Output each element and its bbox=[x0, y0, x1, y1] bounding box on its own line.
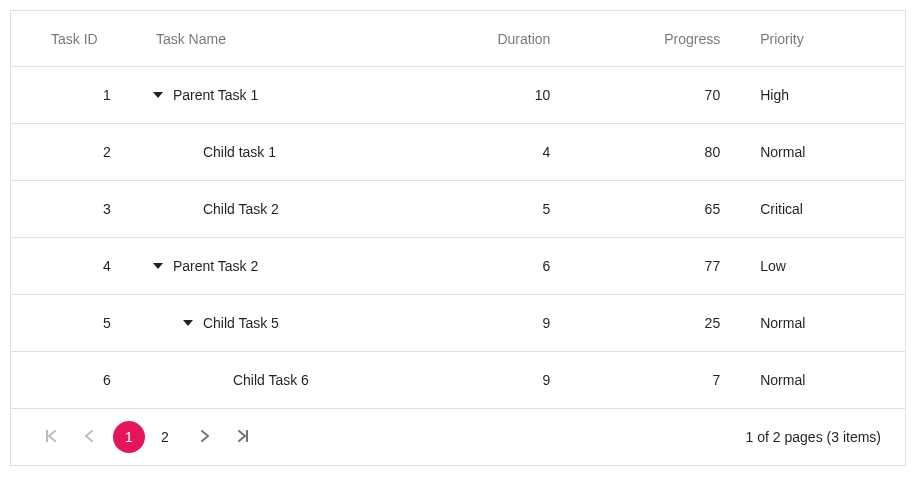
cell-progress: 77 bbox=[570, 258, 740, 274]
cell-priority: Low bbox=[740, 258, 905, 274]
cell-task-name: Child task 1 bbox=[131, 144, 421, 160]
first-page-icon bbox=[46, 429, 56, 445]
task-name-text: Child Task 2 bbox=[203, 201, 279, 217]
table-row[interactable]: 5Child Task 5925Normal bbox=[11, 295, 905, 352]
cell-progress: 65 bbox=[570, 201, 740, 217]
cell-task-id: 1 bbox=[11, 87, 131, 103]
pager-page-1[interactable]: 1 bbox=[113, 421, 145, 453]
task-name-text: Child task 1 bbox=[203, 144, 276, 160]
pager-controls: 12 bbox=[35, 421, 259, 453]
expand-collapse-icon[interactable] bbox=[151, 259, 165, 273]
cell-task-id: 5 bbox=[11, 315, 131, 331]
table-row[interactable]: 3Child Task 2565Critical bbox=[11, 181, 905, 238]
task-name-text: Parent Task 1 bbox=[173, 87, 258, 103]
pager-info: 1 of 2 pages (3 items) bbox=[746, 429, 881, 445]
cell-duration: 9 bbox=[421, 372, 571, 388]
pager: 12 1 of 2 pages (3 items) bbox=[11, 409, 905, 465]
cell-task-id: 4 bbox=[11, 258, 131, 274]
cell-progress: 25 bbox=[570, 315, 740, 331]
chevron-left-icon bbox=[85, 429, 93, 445]
last-page-icon bbox=[238, 429, 248, 445]
header-row: Task ID Task Name Duration Progress Prio… bbox=[11, 11, 905, 67]
pager-prev-button[interactable] bbox=[73, 421, 105, 453]
cell-duration: 10 bbox=[421, 87, 571, 103]
cell-progress: 7 bbox=[570, 372, 740, 388]
cell-priority: Normal bbox=[740, 315, 905, 331]
cell-task-name: Child Task 2 bbox=[131, 201, 421, 217]
cell-priority: Normal bbox=[740, 144, 905, 160]
pager-next-button[interactable] bbox=[189, 421, 221, 453]
pager-page-2[interactable]: 2 bbox=[149, 421, 181, 453]
cell-duration: 6 bbox=[421, 258, 571, 274]
cell-duration: 5 bbox=[421, 201, 571, 217]
expand-collapse-icon[interactable] bbox=[181, 316, 195, 330]
header-task-name[interactable]: Task Name bbox=[131, 31, 421, 47]
rows-container: 1Parent Task 11070High2Child task 1480No… bbox=[11, 67, 905, 409]
chevron-right-icon bbox=[201, 429, 209, 445]
treegrid: Task ID Task Name Duration Progress Prio… bbox=[10, 10, 906, 466]
task-name-text: Parent Task 2 bbox=[173, 258, 258, 274]
table-row[interactable]: 4Parent Task 2677Low bbox=[11, 238, 905, 295]
cell-task-name: Child Task 5 bbox=[131, 315, 421, 331]
cell-duration: 4 bbox=[421, 144, 571, 160]
pager-first-button[interactable] bbox=[35, 421, 67, 453]
header-progress[interactable]: Progress bbox=[570, 31, 740, 47]
expand-collapse-icon[interactable] bbox=[151, 88, 165, 102]
task-name-text: Child Task 6 bbox=[233, 372, 309, 388]
header-duration[interactable]: Duration bbox=[421, 31, 571, 47]
table-row[interactable]: 1Parent Task 11070High bbox=[11, 67, 905, 124]
cell-task-id: 2 bbox=[11, 144, 131, 160]
cell-progress: 70 bbox=[570, 87, 740, 103]
cell-task-name: Parent Task 1 bbox=[131, 87, 421, 103]
cell-priority: Normal bbox=[740, 372, 905, 388]
cell-duration: 9 bbox=[421, 315, 571, 331]
cell-task-name: Parent Task 2 bbox=[131, 258, 421, 274]
pager-last-button[interactable] bbox=[227, 421, 259, 453]
cell-priority: Critical bbox=[740, 201, 905, 217]
task-name-text: Child Task 5 bbox=[203, 315, 279, 331]
cell-progress: 80 bbox=[570, 144, 740, 160]
table-row[interactable]: 6Child Task 697Normal bbox=[11, 352, 905, 409]
cell-task-id: 6 bbox=[11, 372, 131, 388]
header-priority[interactable]: Priority bbox=[740, 31, 905, 47]
table-row[interactable]: 2Child task 1480Normal bbox=[11, 124, 905, 181]
cell-priority: High bbox=[740, 87, 905, 103]
cell-task-name: Child Task 6 bbox=[131, 372, 421, 388]
cell-task-id: 3 bbox=[11, 201, 131, 217]
header-task-id[interactable]: Task ID bbox=[11, 31, 131, 47]
